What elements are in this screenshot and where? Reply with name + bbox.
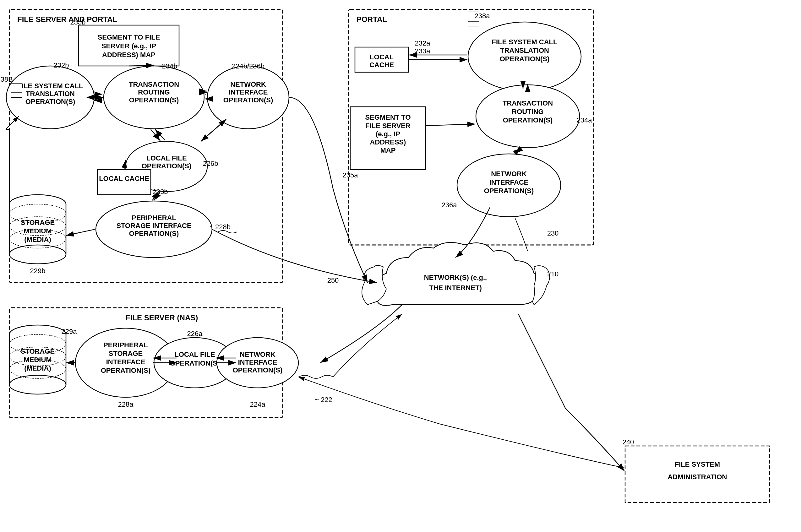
local-file-b-label2: OPERATION(S) xyxy=(142,162,191,170)
transaction-routing-b-label2: ROUTING xyxy=(138,88,170,96)
local-file-b-label: LOCAL FILE xyxy=(146,154,187,162)
ref-222: ~ 222 xyxy=(315,396,332,403)
network-interface-a-label: NETWORK xyxy=(491,170,527,178)
peripheral-storage-nas-label2: STORAGE xyxy=(109,349,142,357)
storage-medium-nas-label3: (MEDIA) xyxy=(24,364,51,372)
ref-240: 240 xyxy=(623,438,634,446)
peripheral-storage-b-label3: OPERATION(S) xyxy=(129,230,179,238)
ref-210: 210 xyxy=(547,270,559,278)
ref-232b: 232b xyxy=(54,61,69,69)
fsc-translation-a-label: FILE SYSTEM CALL xyxy=(492,38,557,46)
transaction-routing-a-label3: OPERATION(S) xyxy=(503,116,553,124)
peripheral-storage-nas-label: PERIPHERAL xyxy=(103,341,148,349)
network-interface-a-label3: OPERATION(S) xyxy=(484,187,534,195)
network-interface-b-label3: OPERATION(S) xyxy=(223,96,273,104)
segment-map-a-label5: MAP xyxy=(380,146,396,154)
network-interface-nas-label2: INTERFACE xyxy=(238,358,278,366)
ref-238B: 238B xyxy=(0,75,13,83)
local-file-nas-label: LOCAL FILE xyxy=(174,350,215,358)
svg-point-18 xyxy=(9,245,66,264)
transaction-routing-a-label: TRANSACTION xyxy=(502,99,553,107)
svg-rect-7 xyxy=(11,83,22,97)
ref-224b-236b: 224b/236b xyxy=(232,62,265,70)
ref-228a: 228a xyxy=(118,400,134,408)
segment-map-a-label: SEGMENT TO xyxy=(365,113,411,121)
network-label2: THE INTERNET) xyxy=(429,284,481,292)
fsc-translation-a-label2: TRANSLATION xyxy=(500,46,549,54)
transaction-routing-b-label3: OPERATION(S) xyxy=(129,96,179,104)
diagram-container: FILE SERVER AND PORTAL PORTAL FILE SERVE… xyxy=(0,0,801,532)
network-interface-b-label2: INTERFACE xyxy=(229,88,268,96)
local-cache-b-label: LOCAL CACHE xyxy=(99,175,149,183)
storage-medium-b-label3: (MEDIA) xyxy=(24,235,51,243)
ref-224a: 224a xyxy=(250,400,266,408)
network-interface-nas-label: NETWORK xyxy=(240,350,275,358)
network-interface-b-label: NETWORK xyxy=(230,80,266,88)
ref-238a: 238a xyxy=(475,12,490,20)
segment-map-a-label3: (e.g., IP xyxy=(376,130,400,138)
network-label: NETWORK(S) (e.g., xyxy=(424,273,487,281)
ref-234a: 234a xyxy=(577,116,592,124)
segment-map-b-label: SEGMENT TO FILE xyxy=(98,33,160,41)
segment-map-b-label3: ADDRESS) MAP xyxy=(102,51,155,59)
peripheral-storage-nas-label4: OPERATION(S) xyxy=(101,366,150,374)
ref-226b: 226b xyxy=(203,159,218,167)
ref-229b: 229b xyxy=(30,267,45,275)
ref-234b: 234b xyxy=(162,62,177,70)
fsc-translation-b-label2: TRANSLATION xyxy=(26,90,75,98)
fsc-translation-b-label3: OPERATION(S) xyxy=(25,98,75,106)
storage-medium-nas-label: STORAGE xyxy=(21,347,55,355)
ref-230: 230 xyxy=(547,229,559,237)
network-interface-a-label2: INTERFACE xyxy=(490,178,529,186)
storage-medium-b-label: STORAGE xyxy=(21,218,55,226)
network-interface-nas-label3: OPERATION(S) xyxy=(233,366,282,374)
ref-236a: 236a xyxy=(442,201,457,209)
ref-226a: 226a xyxy=(187,330,203,338)
region-portal: PORTAL xyxy=(357,15,387,23)
segment-map-a-label2: FILE SERVER xyxy=(365,122,411,130)
region-file-server-nas: FILE SERVER (NAS) xyxy=(126,314,198,322)
transaction-routing-b-label: TRANSACTION xyxy=(129,80,179,88)
peripheral-storage-b-label: PERIPHERAL xyxy=(132,214,176,222)
transaction-routing-a-label2: ROUTING xyxy=(512,108,543,116)
peripheral-storage-nas-label3: INTERFACE xyxy=(106,358,146,366)
ref-232a: 232a xyxy=(415,39,431,47)
ref-250: 250 xyxy=(327,277,339,284)
peripheral-storage-b-label2: STORAGE INTERFACE xyxy=(116,222,191,230)
ref-233a: 233a xyxy=(415,47,431,55)
region-file-server-portal: FILE SERVER AND PORTAL xyxy=(17,15,117,23)
segment-map-a-label4: ADDRESS) xyxy=(370,138,406,146)
ref-235b: 235b xyxy=(70,18,86,26)
local-file-nas-label2: OPERATION(S) xyxy=(170,359,220,367)
fsc-translation-b-label: FILE SYSTEM CALL xyxy=(18,82,83,90)
ref-235a: 235a xyxy=(343,171,358,179)
local-cache-a-label: LOCAL xyxy=(370,53,394,61)
svg-point-33 xyxy=(9,375,66,394)
file-system-admin-label2: ADMINISTRATION xyxy=(668,473,727,481)
segment-map-b-label2: SERVER (e.g., IP xyxy=(101,42,156,50)
storage-medium-b-label2: MEDIUM xyxy=(23,227,52,235)
ref-229a: 229a xyxy=(61,327,77,336)
file-system-admin-label: FILE SYSTEM xyxy=(675,460,720,468)
fsc-translation-a-label3: OPERATION(S) xyxy=(500,55,549,63)
local-cache-a-label2: CACHE xyxy=(369,61,394,69)
storage-medium-nas-label2: MEDIUM xyxy=(23,356,52,364)
